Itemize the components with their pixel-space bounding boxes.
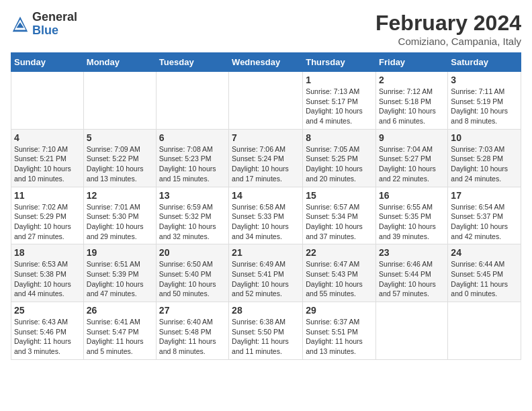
logo: General Blue [11, 11, 77, 38]
calendar-week-row: 4Sunrise: 7:10 AMSunset: 5:21 PMDaylight… [11, 129, 521, 187]
calendar-week-row: 25Sunrise: 6:43 AMSunset: 5:46 PMDayligh… [11, 302, 521, 360]
day-info: Sunrise: 6:47 AMSunset: 5:43 PMDaylight:… [306, 259, 373, 299]
calendar-day-cell: 17Sunrise: 6:54 AMSunset: 5:37 PMDayligh… [448, 187, 521, 244]
calendar-week-row: 1Sunrise: 7:13 AMSunset: 5:17 PMDaylight… [11, 72, 521, 130]
day-info: Sunrise: 7:01 AMSunset: 5:30 PMDaylight:… [87, 202, 153, 242]
calendar-day-cell [229, 72, 303, 130]
day-number: 27 [159, 305, 226, 316]
day-number: 1 [306, 75, 373, 85]
day-number: 25 [14, 305, 81, 316]
calendar-day-cell: 23Sunrise: 6:46 AMSunset: 5:44 PMDayligh… [376, 244, 448, 302]
day-number: 20 [159, 247, 226, 258]
calendar-day-cell: 3Sunrise: 7:11 AMSunset: 5:19 PMDaylight… [448, 72, 521, 130]
calendar-day-cell: 25Sunrise: 6:43 AMSunset: 5:46 PMDayligh… [11, 302, 84, 360]
day-info: Sunrise: 6:58 AMSunset: 5:33 PMDaylight:… [232, 202, 300, 242]
day-number: 26 [87, 305, 153, 316]
calendar-day-cell [156, 72, 228, 130]
day-info: Sunrise: 7:03 AMSunset: 5:28 PMDaylight:… [451, 144, 518, 184]
day-info: Sunrise: 7:08 AMSunset: 5:23 PMDaylight:… [159, 144, 226, 184]
calendar-day-cell: 16Sunrise: 6:55 AMSunset: 5:35 PMDayligh… [376, 187, 448, 244]
calendar-day-cell [83, 72, 156, 130]
day-info: Sunrise: 6:44 AMSunset: 5:45 PMDaylight:… [451, 259, 518, 299]
calendar-day-cell: 8Sunrise: 7:05 AMSunset: 5:25 PMDaylight… [303, 129, 376, 187]
calendar-day-cell [448, 302, 521, 360]
calendar-day-cell: 14Sunrise: 6:58 AMSunset: 5:33 PMDayligh… [229, 187, 303, 244]
logo-icon [11, 15, 30, 34]
page-subtitle: Comiziano, Campania, Italy [375, 36, 521, 47]
calendar-day-cell: 27Sunrise: 6:40 AMSunset: 5:48 PMDayligh… [156, 302, 228, 360]
day-info: Sunrise: 6:51 AMSunset: 5:39 PMDaylight:… [87, 259, 153, 299]
weekday-header: Monday [83, 53, 156, 72]
weekday-header: Saturday [448, 53, 521, 72]
day-number: 3 [451, 75, 518, 85]
day-info: Sunrise: 6:38 AMSunset: 5:50 PMDaylight:… [232, 317, 300, 357]
calendar-header-row: SundayMondayTuesdayWednesdayThursdayFrid… [11, 53, 521, 72]
day-info: Sunrise: 7:04 AMSunset: 5:27 PMDaylight:… [379, 144, 445, 184]
day-number: 6 [159, 132, 226, 143]
day-info: Sunrise: 7:05 AMSunset: 5:25 PMDaylight:… [306, 144, 373, 184]
day-number: 17 [451, 190, 518, 201]
day-info: Sunrise: 6:53 AMSunset: 5:38 PMDaylight:… [14, 259, 81, 299]
calendar-day-cell: 20Sunrise: 6:50 AMSunset: 5:40 PMDayligh… [156, 244, 228, 302]
title-area: February 2024 Comiziano, Campania, Italy [375, 11, 521, 47]
calendar-day-cell: 7Sunrise: 7:06 AMSunset: 5:24 PMDaylight… [229, 129, 303, 187]
day-info: Sunrise: 7:02 AMSunset: 5:29 PMDaylight:… [14, 202, 81, 242]
logo-blue-text: Blue [32, 24, 77, 38]
calendar-day-cell: 12Sunrise: 7:01 AMSunset: 5:30 PMDayligh… [83, 187, 156, 244]
calendar-day-cell: 6Sunrise: 7:08 AMSunset: 5:23 PMDaylight… [156, 129, 228, 187]
day-number: 11 [14, 190, 81, 201]
day-info: Sunrise: 7:12 AMSunset: 5:18 PMDaylight:… [379, 87, 445, 126]
calendar-day-cell: 26Sunrise: 6:41 AMSunset: 5:47 PMDayligh… [83, 302, 156, 360]
calendar-day-cell: 13Sunrise: 6:59 AMSunset: 5:32 PMDayligh… [156, 187, 228, 244]
calendar-day-cell: 15Sunrise: 6:57 AMSunset: 5:34 PMDayligh… [303, 187, 376, 244]
day-number: 19 [87, 247, 153, 258]
day-info: Sunrise: 7:10 AMSunset: 5:21 PMDaylight:… [14, 144, 81, 184]
day-info: Sunrise: 6:46 AMSunset: 5:44 PMDaylight:… [379, 259, 445, 299]
logo-general-text: General [32, 11, 77, 24]
day-info: Sunrise: 6:37 AMSunset: 5:51 PMDaylight:… [306, 317, 373, 357]
calendar-day-cell: 10Sunrise: 7:03 AMSunset: 5:28 PMDayligh… [448, 129, 521, 187]
page-header: General Blue February 2024 Comiziano, Ca… [11, 11, 521, 47]
logo-text: General Blue [32, 11, 77, 38]
page-title: February 2024 [375, 11, 521, 36]
day-number: 4 [14, 132, 81, 143]
calendar-day-cell: 9Sunrise: 7:04 AMSunset: 5:27 PMDaylight… [376, 129, 448, 187]
day-info: Sunrise: 6:55 AMSunset: 5:35 PMDaylight:… [379, 202, 445, 242]
weekday-header: Tuesday [156, 53, 228, 72]
day-number: 2 [379, 75, 445, 85]
calendar-week-row: 11Sunrise: 7:02 AMSunset: 5:29 PMDayligh… [11, 187, 521, 244]
calendar-day-cell: 2Sunrise: 7:12 AMSunset: 5:18 PMDaylight… [376, 72, 448, 130]
day-info: Sunrise: 6:40 AMSunset: 5:48 PMDaylight:… [159, 317, 226, 357]
calendar-day-cell: 5Sunrise: 7:09 AMSunset: 5:22 PMDaylight… [83, 129, 156, 187]
day-number: 9 [379, 132, 445, 143]
calendar-day-cell [376, 302, 448, 360]
calendar-day-cell: 29Sunrise: 6:37 AMSunset: 5:51 PMDayligh… [303, 302, 376, 360]
day-info: Sunrise: 6:41 AMSunset: 5:47 PMDaylight:… [87, 317, 153, 357]
day-number: 8 [306, 132, 373, 143]
weekday-header: Sunday [11, 53, 84, 72]
day-number: 10 [451, 132, 518, 143]
day-info: Sunrise: 6:57 AMSunset: 5:34 PMDaylight:… [306, 202, 373, 242]
calendar-day-cell: 21Sunrise: 6:49 AMSunset: 5:41 PMDayligh… [229, 244, 303, 302]
calendar-day-cell [11, 72, 84, 130]
day-number: 16 [379, 190, 445, 201]
day-info: Sunrise: 6:50 AMSunset: 5:40 PMDaylight:… [159, 259, 226, 299]
day-number: 21 [232, 247, 300, 258]
day-info: Sunrise: 6:54 AMSunset: 5:37 PMDaylight:… [451, 202, 518, 242]
calendar-day-cell: 18Sunrise: 6:53 AMSunset: 5:38 PMDayligh… [11, 244, 84, 302]
day-info: Sunrise: 7:09 AMSunset: 5:22 PMDaylight:… [87, 144, 153, 184]
day-number: 15 [306, 190, 373, 201]
day-number: 5 [87, 132, 153, 143]
calendar-day-cell: 4Sunrise: 7:10 AMSunset: 5:21 PMDaylight… [11, 129, 84, 187]
calendar-day-cell: 22Sunrise: 6:47 AMSunset: 5:43 PMDayligh… [303, 244, 376, 302]
day-number: 28 [232, 305, 300, 316]
day-info: Sunrise: 7:11 AMSunset: 5:19 PMDaylight:… [451, 87, 518, 126]
weekday-header: Wednesday [229, 53, 303, 72]
weekday-header: Thursday [303, 53, 376, 72]
day-info: Sunrise: 6:43 AMSunset: 5:46 PMDaylight:… [14, 317, 81, 357]
day-info: Sunrise: 6:49 AMSunset: 5:41 PMDaylight:… [232, 259, 300, 299]
weekday-header: Friday [376, 53, 448, 72]
day-number: 23 [379, 247, 445, 258]
day-number: 18 [14, 247, 81, 258]
calendar-day-cell: 28Sunrise: 6:38 AMSunset: 5:50 PMDayligh… [229, 302, 303, 360]
